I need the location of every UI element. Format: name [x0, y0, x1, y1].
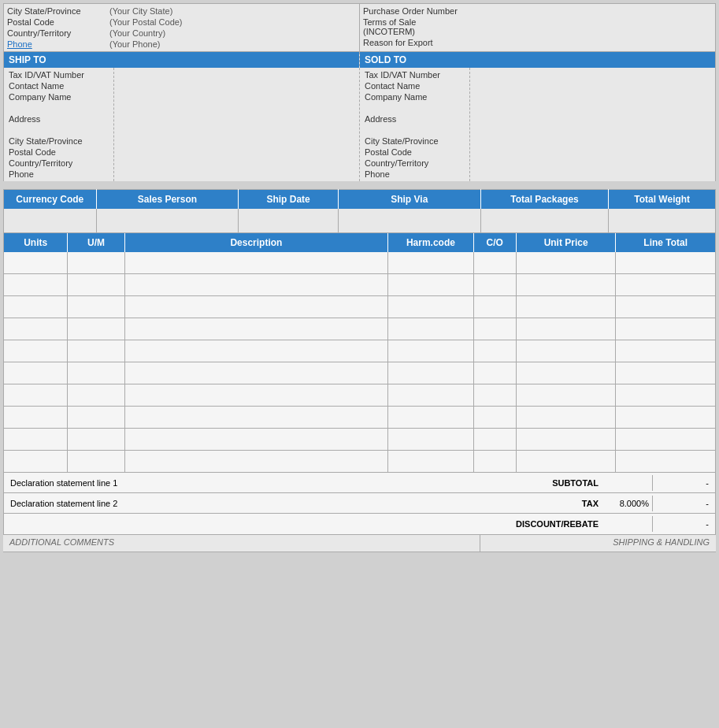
- subtotal-row: Declaration statement line 1 SUBTOTAL -: [4, 473, 715, 493]
- ship-date-cell: [239, 209, 339, 232]
- sold-to-values: [470, 68, 715, 181]
- item-cell-8-0: [4, 429, 68, 451]
- sold-blank1: [365, 102, 465, 113]
- item-cell-6-1: [68, 384, 124, 407]
- item-cell-2-5: [516, 296, 616, 318]
- item-cell-8-6: [616, 429, 716, 451]
- sold-postal-label: Postal Code: [365, 147, 465, 158]
- sold-city-value: [475, 136, 710, 147]
- ship-address-label: Address: [9, 113, 109, 124]
- ship-to-labels: Tax ID/VAT Number Contact Name Company N…: [4, 68, 114, 181]
- declaration-line-1: Declaration statement line 1: [4, 475, 479, 491]
- item-cell-7-6: [616, 407, 716, 429]
- item-cell-8-3: [388, 429, 473, 451]
- sold-city-label: City State/Province: [365, 136, 465, 147]
- ship-via-header: Ship Via: [338, 190, 480, 210]
- item-cell-0-6: [616, 252, 716, 274]
- item-row-4: [4, 340, 716, 362]
- postal-value: (Your Postal Code): [109, 17, 183, 27]
- spacer: [3, 181, 716, 189]
- city-state-value: (Your City State): [109, 6, 172, 16]
- item-cell-4-6: [616, 340, 716, 362]
- ship-company-label: Company Name: [9, 91, 109, 102]
- ship-via-cell: [338, 209, 480, 232]
- item-cell-4-0: [4, 340, 68, 362]
- item-cell-1-3: [388, 274, 473, 296]
- sold-blank1-value: [475, 102, 710, 113]
- sold-to-inner: Tax ID/VAT Number Contact Name Company N…: [360, 68, 715, 181]
- sold-company-value: [475, 91, 710, 102]
- shipping-info-table: Currency Code Sales Person Ship Date Shi…: [3, 189, 716, 233]
- currency-code-header: Currency Code: [4, 190, 97, 210]
- ship-city-value: [119, 136, 354, 147]
- ship-to-header: SHIP TO: [4, 52, 359, 68]
- additional-comments-label: ADDITIONAL COMMENTS: [3, 535, 480, 552]
- item-cell-7-3: [388, 407, 473, 429]
- items-table: Units U/M Description Harm.code C/O Unit…: [3, 233, 716, 474]
- top-left-section: City State/Province (Your City State) Po…: [4, 4, 360, 51]
- item-cell-9-2: [124, 451, 387, 473]
- ship-sold-section: SHIP TO Tax ID/VAT Number Contact Name C…: [3, 51, 716, 181]
- item-cell-5-1: [68, 362, 124, 384]
- purchase-order-row: Purchase Order Number: [363, 6, 712, 17]
- item-cell-9-4: [473, 451, 516, 473]
- total-weight-cell: [609, 209, 716, 232]
- item-cell-9-1: [68, 451, 124, 473]
- sold-phone-label: Phone: [365, 169, 465, 180]
- country-row: Country/Territory (Your Country): [7, 28, 356, 39]
- ship-blank2: [9, 124, 109, 136]
- item-cell-3-6: [616, 318, 716, 340]
- item-cell-2-6: [616, 296, 716, 318]
- item-cell-3-4: [473, 318, 516, 340]
- terms-of-sale-row: Terms of Sale (INCOTERM): [363, 17, 712, 37]
- subtotal-value: -: [652, 475, 715, 491]
- ship-to-inner: Tax ID/VAT Number Contact Name Company N…: [4, 68, 359, 181]
- ship-address-value: [119, 113, 354, 124]
- tax-pct: 8.000%: [605, 496, 652, 511]
- item-cell-7-4: [473, 407, 516, 429]
- items-body: [4, 252, 716, 473]
- line-total-header: Line Total: [616, 233, 716, 252]
- ship-contact-value: [119, 80, 354, 91]
- discount-value: -: [652, 516, 715, 532]
- item-cell-6-6: [616, 384, 716, 407]
- item-cell-6-0: [4, 384, 68, 407]
- item-cell-8-4: [473, 429, 516, 451]
- discount-label: DISCOUNT/REBATE: [479, 516, 605, 532]
- subtotal-pct: [605, 480, 652, 486]
- item-cell-9-6: [616, 451, 716, 473]
- sold-tax-id-value: [475, 69, 710, 80]
- item-cell-5-4: [473, 362, 516, 384]
- ship-blank1: [9, 102, 109, 113]
- footer-row: ADDITIONAL COMMENTS SHIPPING & HANDLING: [3, 535, 716, 552]
- item-row-2: [4, 296, 716, 318]
- sold-to-header: SOLD TO: [360, 52, 715, 68]
- ship-tax-id-label: Tax ID/VAT Number: [9, 69, 109, 80]
- item-cell-6-5: [516, 384, 616, 407]
- item-cell-4-3: [388, 340, 473, 362]
- phone-label-link[interactable]: Phone: [7, 39, 109, 49]
- city-state-label: City State/Province: [7, 6, 109, 16]
- item-cell-6-3: [388, 384, 473, 407]
- item-row-8: [4, 429, 716, 451]
- reason-export-row: Reason for Export: [363, 37, 712, 48]
- item-cell-8-5: [516, 429, 616, 451]
- item-cell-5-5: [516, 362, 616, 384]
- item-cell-2-0: [4, 296, 68, 318]
- city-state-row: City State/Province (Your City State): [7, 6, 356, 17]
- totals-section: Declaration statement line 1 SUBTOTAL - …: [3, 473, 716, 535]
- item-row-5: [4, 362, 716, 384]
- item-cell-7-5: [516, 407, 616, 429]
- item-cell-1-2: [124, 274, 387, 296]
- tax-row: Declaration statement line 2 TAX 8.000% …: [4, 493, 715, 514]
- sold-to-labels: Tax ID/VAT Number Contact Name Company N…: [360, 68, 470, 181]
- unit-price-header: Unit Price: [516, 233, 616, 252]
- item-cell-7-0: [4, 407, 68, 429]
- top-info-section: City State/Province (Your City State) Po…: [3, 3, 716, 51]
- item-cell-5-3: [388, 362, 473, 384]
- description-header: Description: [124, 233, 387, 252]
- ship-tax-id-value: [119, 69, 354, 80]
- ship-contact-label: Contact Name: [9, 80, 109, 91]
- item-cell-8-1: [68, 429, 124, 451]
- item-cell-7-1: [68, 407, 124, 429]
